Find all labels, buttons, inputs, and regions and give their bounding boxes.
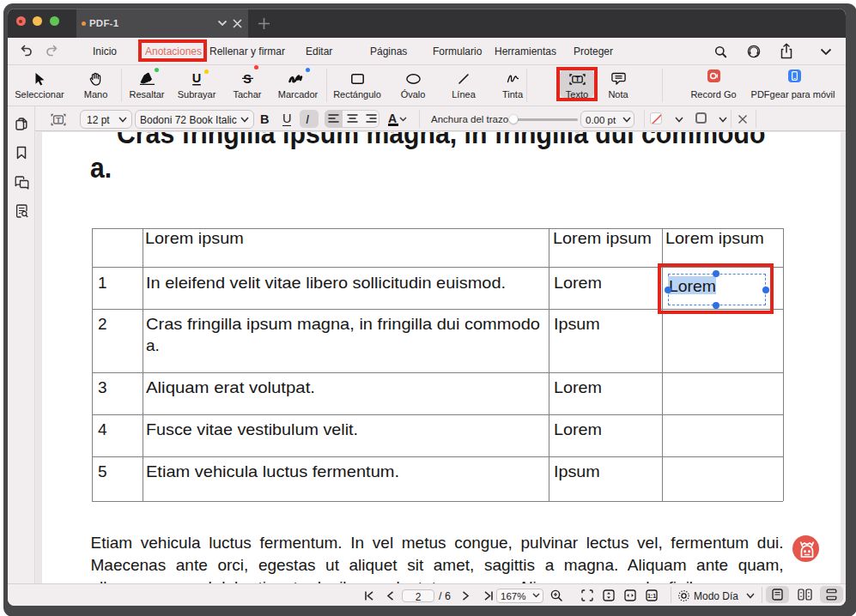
svg-text:T: T — [575, 75, 580, 83]
svg-text:T: T — [56, 116, 61, 124]
svg-text:U: U — [192, 71, 201, 85]
svg-text:1:1: 1:1 — [647, 593, 656, 599]
